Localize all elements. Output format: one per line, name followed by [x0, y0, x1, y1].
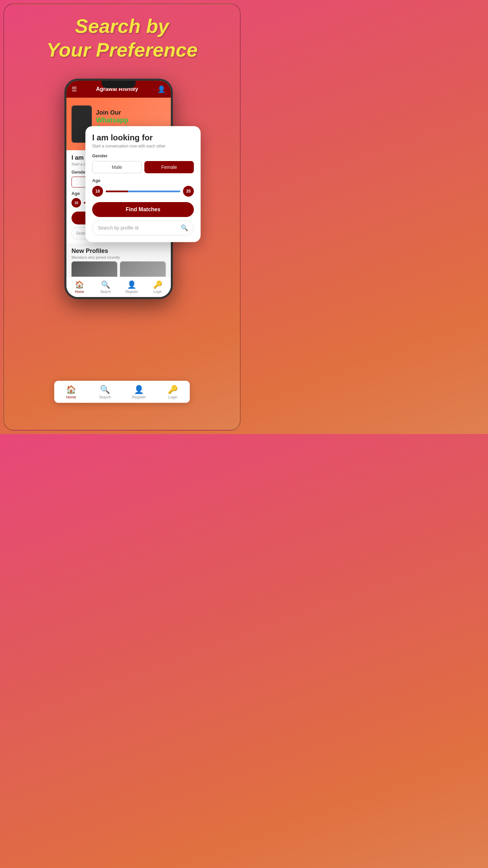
- card-slider-red-fill: [106, 191, 128, 192]
- login-icon: 🔑: [153, 280, 162, 289]
- floating-card: I am looking for Start a conversation no…: [85, 126, 201, 242]
- floating-nav-login[interactable]: 🔑 Login: [156, 381, 190, 403]
- phone-age-min: 18: [72, 198, 81, 208]
- outer-container: Search by Your Preference ☰ Agrawal Rish…: [3, 3, 241, 431]
- floating-nav-search[interactable]: 🔍 Search: [88, 381, 122, 403]
- floating-register-icon: 👤: [134, 385, 144, 394]
- hamburger-icon[interactable]: ☰: [72, 85, 77, 93]
- floating-nav-register[interactable]: 👤 Register: [122, 381, 156, 403]
- card-age-max: 35: [183, 186, 194, 197]
- card-slider-track[interactable]: [106, 191, 180, 192]
- register-icon: 👤: [127, 280, 136, 289]
- home-icon: 🏠: [75, 280, 84, 289]
- card-gender-female[interactable]: Female: [144, 161, 194, 173]
- headline-line2: Your Preference: [4, 38, 240, 62]
- phone-notch: [102, 81, 136, 88]
- floating-nav-home[interactable]: 🏠 Home: [54, 381, 88, 403]
- card-gender-male[interactable]: Male: [92, 161, 142, 173]
- nav-item-login[interactable]: 🔑 Login: [145, 277, 171, 297]
- nav-register-label: Register: [125, 290, 138, 294]
- nav-item-search[interactable]: 🔍 Search: [93, 277, 119, 297]
- nav-search-label: Search: [100, 290, 111, 294]
- card-gender-buttons: Male Female: [92, 161, 194, 173]
- card-search-input[interactable]: Search by profile id 🔍: [92, 220, 194, 235]
- card-gender-label: Gender: [92, 153, 194, 158]
- card-subtitle: Start a conversation now with each other: [92, 144, 194, 149]
- banner-line1: Join Our: [96, 109, 171, 116]
- floating-home-icon: 🏠: [66, 385, 76, 394]
- nav-item-register[interactable]: 👤 Register: [119, 277, 145, 297]
- floating-bottom-nav: 🏠 Home 🔍 Search 👤 Register 🔑 Login: [54, 381, 190, 403]
- nav-item-home[interactable]: 🏠 Home: [66, 277, 93, 297]
- headline-line1: Search by: [4, 14, 240, 38]
- headline: Search by Your Preference: [4, 4, 240, 61]
- floating-search-icon: 🔍: [100, 385, 110, 394]
- search-nav-icon: 🔍: [101, 280, 110, 289]
- card-search-placeholder: Search by profile id: [98, 225, 139, 231]
- profile-icon[interactable]: 👤: [157, 85, 166, 93]
- floating-register-label: Register: [132, 395, 146, 399]
- nav-home-label: Home: [75, 290, 84, 294]
- new-profiles-title: New Profiles: [72, 248, 166, 255]
- floating-login-icon: 🔑: [168, 385, 178, 394]
- card-age-label: Age: [92, 178, 194, 183]
- floating-login-label: Login: [168, 395, 178, 399]
- search-glass-icon[interactable]: 🔍: [181, 224, 188, 232]
- card-title: I am looking for: [92, 133, 194, 142]
- floating-search-label: Search: [99, 395, 111, 399]
- card-find-btn[interactable]: Find Matches: [92, 202, 194, 217]
- new-profiles-subtitle: Members who joined recently: [72, 255, 166, 259]
- phone-bottom-nav: 🏠 Home 🔍 Search 👤 Register 🔑 Login: [66, 277, 171, 297]
- floating-home-label: Home: [66, 395, 76, 399]
- card-age-slider: 18 35: [92, 186, 194, 197]
- card-age-min: 18: [92, 186, 103, 197]
- nav-login-label: Login: [154, 290, 162, 294]
